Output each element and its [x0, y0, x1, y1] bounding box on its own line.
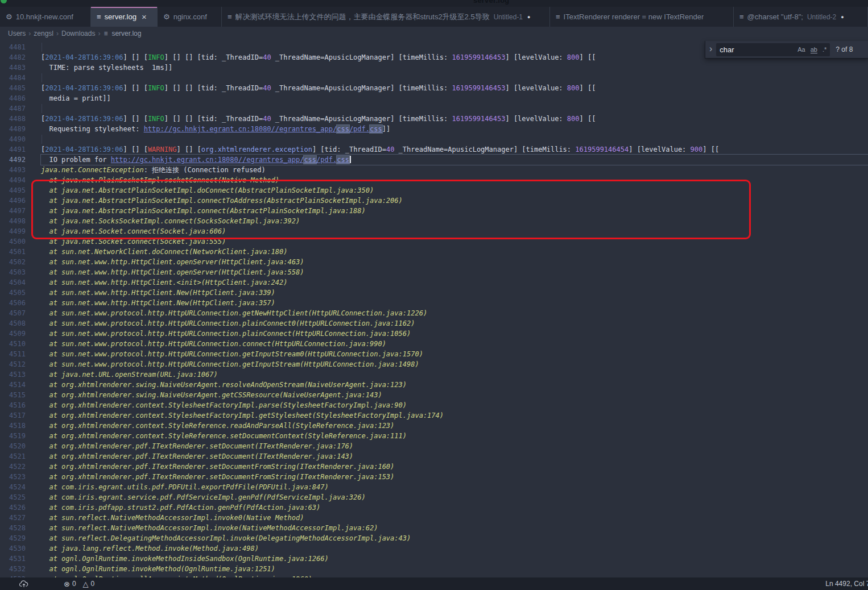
log-line[interactable]: 4506 at sun.net.www.http.HttpClient.New(…	[0, 298, 868, 308]
line-number[interactable]: 4490	[0, 134, 26, 144]
line-number[interactable]: 4526	[0, 502, 26, 513]
line-number[interactable]: 4519	[0, 431, 26, 441]
line-number[interactable]: 4484	[0, 73, 26, 83]
line-number[interactable]: 4502	[0, 257, 26, 267]
tab-6[interactable]: ≡@charset "utf-8";Untitled-2●	[734, 7, 868, 27]
log-line[interactable]: 4495 at java.net.AbstractPlainSocketImpl…	[0, 185, 868, 196]
line-number[interactable]: 4525	[0, 492, 26, 502]
log-line[interactable]: 4501 at sun.net.NetworkClient.doConnect(…	[0, 247, 868, 257]
line-number[interactable]: 4513	[0, 369, 26, 380]
line-number[interactable]: 4511	[0, 349, 26, 359]
match-case-icon[interactable]: Aa	[797, 46, 805, 53]
line-number[interactable]: 4498	[0, 216, 26, 226]
line-number[interactable]: 4522	[0, 462, 26, 472]
log-line[interactable]: 4505 at sun.net.www.http.HttpClient.New(…	[0, 288, 868, 298]
line-number[interactable]: 4531	[0, 554, 26, 564]
log-line[interactable]: 4532 at ognl.OgnlRuntime.invokeMethod(Og…	[0, 564, 868, 574]
log-line[interactable]: 4522 at org.xhtmlrenderer.pdf.ITextRende…	[0, 462, 868, 472]
log-line[interactable]: 4494 at java.net.PlainSocketImpl.socketC…	[0, 175, 868, 185]
whole-word-icon[interactable]: ab	[811, 46, 817, 53]
log-line[interactable]: 4530 at java.lang.reflect.Method.invoke(…	[0, 543, 868, 554]
line-number[interactable]: 4493	[0, 165, 26, 175]
tab-1[interactable]: ⚙10.hnkjt-new.conf	[0, 7, 91, 27]
log-line[interactable]: 4520 at org.xhtmlrenderer.pdf.ITextRende…	[0, 441, 868, 451]
line-number[interactable]: 4505	[0, 288, 26, 298]
line-number[interactable]: 4486	[0, 93, 26, 103]
log-line[interactable]: 4497 at java.net.AbstractPlainSocketImpl…	[0, 206, 868, 216]
line-number[interactable]: 4503	[0, 267, 26, 277]
log-line[interactable]: 4527 at sun.reflect.NativeMethodAccessor…	[0, 513, 868, 523]
log-line[interactable]: 4510 at sun.net.www.protocol.http.HttpUR…	[0, 339, 868, 349]
cursor-position[interactable]: Ln 4492, Col 77	[825, 577, 868, 590]
cloud-upload-icon[interactable]	[19, 579, 28, 588]
line-number[interactable]: 4527	[0, 513, 26, 523]
log-line[interactable]: 4519 at org.xhtmlrenderer.context.StyleR…	[0, 431, 868, 441]
log-line[interactable]: 4504 at sun.net.www.http.HttpClient.<ini…	[0, 277, 868, 288]
problems-indicator[interactable]: ⊗ 0 △ 0	[64, 580, 99, 588]
line-number[interactable]: 4524	[0, 482, 26, 492]
traffic-light-green-icon[interactable]	[1, 0, 7, 3]
breadcrumb-item[interactable]: Users	[8, 30, 26, 38]
line-number[interactable]: 4530	[0, 543, 26, 554]
log-line[interactable]: 4483 TIME: parse stylesheets 1ms]]	[0, 63, 868, 73]
log-line[interactable]: 4531 at ognl.OgnlRuntime.invokeMethodIns…	[0, 554, 868, 564]
breadcrumb-item[interactable]: Downloads	[61, 30, 95, 38]
line-number[interactable]: 4507	[0, 308, 26, 318]
log-line[interactable]: 4490	[0, 134, 868, 144]
line-number[interactable]: 4491	[0, 144, 26, 155]
log-line[interactable]: 4503 at sun.net.www.http.HttpClient.open…	[0, 267, 868, 277]
line-number[interactable]: 4483	[0, 63, 26, 73]
line-number[interactable]: 4488	[0, 114, 26, 124]
line-number[interactable]: 4509	[0, 329, 26, 339]
tab-4[interactable]: ≡解决测试环境无法上传文件的问题，主要由金蝶服务器和struts2升级至2.5导…	[222, 7, 550, 27]
line-number[interactable]: 4487	[0, 103, 26, 114]
log-line[interactable]: 4491[2021-04-28T16:39:06] [] [WARNING] […	[0, 144, 868, 155]
log-line[interactable]: 4508 at sun.net.www.protocol.http.HttpUR…	[0, 318, 868, 329]
log-line[interactable]: 4521 at org.xhtmlrenderer.pdf.ITextRende…	[0, 451, 868, 462]
line-number[interactable]: 4532	[0, 564, 26, 574]
line-number[interactable]: 4500	[0, 236, 26, 247]
log-line[interactable]: 4498 at java.net.SocksSocketImpl.connect…	[0, 216, 868, 226]
log-line[interactable]: 4484	[0, 73, 868, 83]
line-number[interactable]: 4482	[0, 52, 26, 63]
log-line[interactable]: 4499 at java.net.Socket.connect(Socket.j…	[0, 226, 868, 236]
log-line[interactable]: 4500 at java.net.Socket.connect(Socket.j…	[0, 236, 868, 247]
tab-2[interactable]: ≡server.log×	[91, 7, 158, 27]
line-number[interactable]: 4481	[0, 42, 26, 52]
log-line[interactable]: 4496 at java.net.AbstractPlainSocketImpl…	[0, 196, 868, 206]
editor[interactable]: 44814482[2021-04-28T16:39:06] [] [INFO] …	[0, 40, 868, 577]
line-number[interactable]: 4518	[0, 421, 26, 431]
log-line[interactable]: 4514 at org.xhtmlrenderer.swing.NaiveUse…	[0, 380, 868, 390]
line-number[interactable]: 4504	[0, 277, 26, 288]
log-line[interactable]: 4526 at com.iris.pdfapp.strust2.pdf.PdfA…	[0, 502, 868, 513]
line-number[interactable]: 4521	[0, 451, 26, 462]
line-number[interactable]: 4523	[0, 472, 26, 482]
log-line[interactable]: 4487	[0, 103, 868, 114]
log-line[interactable]: 4528 at sun.reflect.NativeMethodAccessor…	[0, 523, 868, 533]
line-number[interactable]: 4495	[0, 185, 26, 196]
tab-3[interactable]: ⚙nginx.conf	[158, 7, 222, 27]
log-line[interactable]: 4529 at sun.reflect.DelegatingMethodAcce…	[0, 533, 868, 543]
line-number[interactable]: 4496	[0, 196, 26, 206]
log-line[interactable]: 4524 at com.iris.egrant.utils.pdf.PDFUti…	[0, 482, 868, 492]
line-number[interactable]: 4510	[0, 339, 26, 349]
breadcrumb-item[interactable]: zengsl	[34, 30, 53, 38]
line-number[interactable]: 4528	[0, 523, 26, 533]
line-number[interactable]: 4512	[0, 359, 26, 369]
log-line[interactable]: 4486 media = print]]	[0, 93, 868, 103]
log-line[interactable]: 4507 at sun.net.www.protocol.http.HttpUR…	[0, 308, 868, 318]
log-line[interactable]: 4518 at org.xhtmlrenderer.context.StyleR…	[0, 421, 868, 431]
line-number[interactable]: 4489	[0, 124, 26, 134]
tab-5[interactable]: ≡ITextRenderer renderer = new ITextRende…	[550, 7, 734, 27]
toggle-replace-chevron-icon[interactable]: ›	[705, 44, 716, 55]
search-input[interactable]: char Aa ab .*	[716, 43, 830, 56]
line-number[interactable]: 4508	[0, 318, 26, 329]
log-line[interactable]: 4517 at org.xhtmlrenderer.context.Styles…	[0, 410, 868, 421]
line-number[interactable]: 4499	[0, 226, 26, 236]
line-number[interactable]: 4492	[0, 155, 26, 165]
log-line[interactable]: 4513 at java.net.URL.openStream(URL.java…	[0, 369, 868, 380]
log-line[interactable]: 4516 at org.xhtmlrenderer.context.Styles…	[0, 400, 868, 410]
line-number[interactable]: 4506	[0, 298, 26, 308]
line-number[interactable]: 4501	[0, 247, 26, 257]
line-number[interactable]: 4494	[0, 175, 26, 185]
